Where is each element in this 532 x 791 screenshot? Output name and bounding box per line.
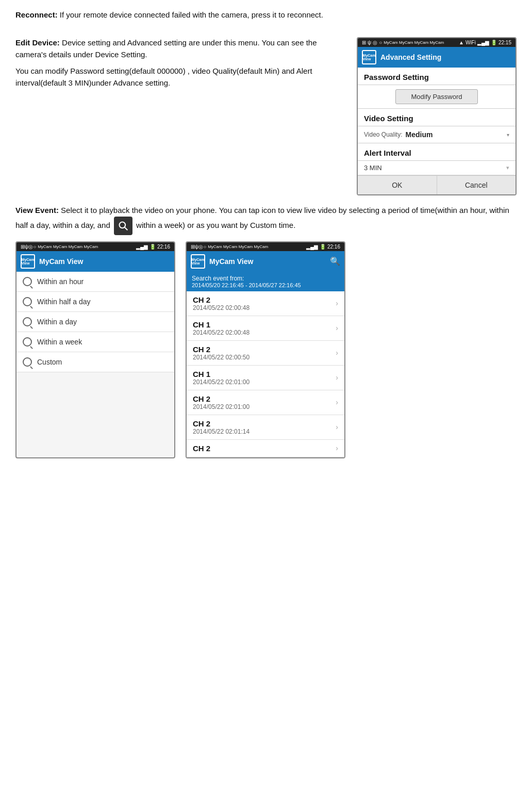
event-item-6[interactable]: CH 2 › [187,440,344,457]
list-item-within-week[interactable]: Within a week [16,332,174,352]
svg-line-1 [124,227,127,230]
cancel-button[interactable]: Cancel [437,176,516,194]
svg-point-0 [119,222,125,228]
within-day-label: Within a day [37,318,77,326]
right-phone-status-bar: ⊞ψ◎○ MyCam MyCam MyCam MyCam ▂▄▆ 🔋 22:16 [187,242,344,251]
right-status-left: ⊞ψ◎○ MyCam MyCam MyCam MyCam [191,244,268,250]
left-phone-header: MyCamView MyCam View [16,251,174,272]
search-event-bar: Search event from: 2014/05/20 22:16:45 -… [187,272,344,291]
left-phone-body: Within an hour Within half a day Within … [16,272,174,372]
event-ch-date-5: 2014/05/22 02:01:14 [193,428,250,435]
left-phone-status-bar: ⊞ψ◎○ MyCam MyCam MyCam MyCam ▂▄▆ 🔋 22:16 [16,242,174,251]
left-phone-title: MyCam View [39,257,83,266]
chevron-4: › [336,398,338,406]
password-setting-title: Password Setting [358,68,516,85]
search-icon-hour [23,277,32,286]
event-ch-date-3: 2014/05/22 02:01:00 [193,378,250,386]
ok-cancel-bar: OK Cancel [358,175,516,194]
event-item-4[interactable]: CH 2 2014/05/22 02:01:00 › [187,390,344,415]
advanced-setting-phone: ⊞ ψ ◎ ○ MyCam MyCam MyCam MyCam ▲ WiFi ▂… [357,37,517,195]
within-half-day-label: Within half a day [37,298,91,306]
search-date-range: 2014/05/20 22:16:45 - 2014/05/27 22:16:4… [192,282,339,288]
event-ch-date-0: 2014/05/22 02:00:48 [193,304,250,311]
left-status-left: ⊞ψ◎○ MyCam MyCam MyCam MyCam [21,244,98,250]
right-status-right: ▂▄▆ 🔋 22:16 [306,244,340,250]
view-event-section: View Event: Select it to playback the vi… [15,205,517,458]
edit-device-text: Edit Device: Device setting and Advanced… [15,37,346,195]
edit-device-para1: Edit Device: Device setting and Advanced… [15,37,346,60]
chevron-0: › [336,299,338,307]
within-hour-label: Within an hour [37,277,84,286]
edit-device-para2: You can modify Password setting(default … [15,65,346,89]
ok-button[interactable]: OK [358,176,437,194]
video-setting-section: Video Setting Video Quality: Medium ▾ [358,109,516,143]
search-icon-week [23,337,32,347]
reconnect-text: Reconnect: If your remote device connect… [15,10,517,19]
event-item-1[interactable]: CH 1 2014/05/22 02:00:48 › [187,316,344,341]
modify-password-row: Modify Password [358,85,516,108]
view-event-text: View Event: Select it to playback the vi… [15,205,517,235]
status-icons-right: ▲ WiFi ▂▄▆ 🔋 22:15 [459,40,511,45]
event-ch-date-2: 2014/05/22 02:00:50 [193,354,250,361]
alert-interval-title: Alert Interval [358,143,516,160]
advanced-setting-body: Password Setting Modify Password Video S… [358,68,516,194]
video-quality-value[interactable]: Medium [406,130,433,139]
alert-interval-value: 3 MIN ▾ [358,161,516,175]
event-ch-name-3: CH 1 [193,370,250,378]
phone-app-header: MyCamView Advanced Setting [358,47,516,68]
video-setting-title: Video Setting [358,109,516,126]
event-list-phone: ⊞ψ◎○ MyCam MyCam MyCam MyCam ▂▄▆ 🔋 22:16… [186,241,345,458]
event-ch-name-2: CH 2 [193,345,250,354]
video-quality-arrow: ▾ [507,132,509,138]
right-app-icon: MyCamView [191,254,205,269]
event-ch-name-0: CH 2 [193,295,250,304]
left-status-right: ▂▄▆ 🔋 22:16 [136,244,170,250]
edit-device-section: Edit Device: Device setting and Advanced… [15,37,517,195]
list-item-within-half-day[interactable]: Within half a day [16,292,174,312]
list-item-custom[interactable]: Custom [16,352,174,372]
event-item-5[interactable]: CH 2 2014/05/22 02:01:14 › [187,415,344,440]
chevron-6: › [336,444,338,452]
event-ch-date-4: 2014/05/22 02:01:00 [193,403,250,410]
search-icon-half-day [23,297,32,306]
left-app-icon: MyCamView [21,254,35,269]
search-button-icon[interactable]: 🔍 [330,256,340,266]
search-icon-custom [23,357,32,367]
right-phone-header: MyCamView MyCam View 🔍 [187,251,344,272]
event-item-3[interactable]: CH 1 2014/05/22 02:01:00 › [187,366,344,390]
reconnect-section: Reconnect: If your remote device connect… [15,10,517,19]
list-item-within-hour[interactable]: Within an hour [16,272,174,292]
chevron-2: › [336,349,338,357]
app-icon: MyCamView [362,50,376,64]
inline-search-icon [114,217,132,235]
event-list-body: CH 2 2014/05/22 02:00:48 › CH 1 2014/05/… [187,291,344,457]
event-item-2[interactable]: CH 2 2014/05/22 02:00:50 › [187,341,344,366]
phone-status-bar: ⊞ ψ ◎ ○ MyCam MyCam MyCam MyCam ▲ WiFi ▂… [358,38,516,47]
modify-password-button[interactable]: Modify Password [395,89,478,104]
event-ch-name-6: CH 2 [193,444,210,453]
chevron-3: › [336,373,338,382]
event-ch-name-5: CH 2 [193,419,250,428]
two-phones-row: ⊞ψ◎○ MyCam MyCam MyCam MyCam ▂▄▆ 🔋 22:16… [15,241,517,458]
event-item-0[interactable]: CH 2 2014/05/22 02:00:48 › [187,291,344,316]
right-phone-title: MyCam View [209,257,253,266]
event-ch-name-4: CH 2 [193,394,250,403]
search-icon-day [23,317,32,326]
list-item-within-day[interactable]: Within a day [16,312,174,332]
alert-interval-arrow: ▾ [506,164,509,171]
event-ch-date-1: 2014/05/22 02:00:48 [193,329,250,336]
mycam-list-phone: ⊞ψ◎○ MyCam MyCam MyCam MyCam ▂▄▆ 🔋 22:16… [15,241,175,458]
chevron-5: › [336,423,338,431]
event-ch-name-1: CH 1 [193,320,250,329]
advanced-setting-title: Advanced Setting [380,53,441,61]
password-setting-section: Password Setting Modify Password [358,68,516,109]
alert-interval-section: Alert Interval 3 MIN ▾ [358,143,516,175]
status-icons-left: ⊞ ψ ◎ ○ MyCam MyCam MyCam MyCam [362,40,444,45]
chevron-1: › [336,324,338,332]
search-event-label: Search event from: [192,275,339,282]
video-quality-row: Video Quality: Medium ▾ [358,126,516,143]
custom-label: Custom [37,358,62,366]
right-phone-header-left: MyCamView MyCam View [191,254,253,269]
within-week-label: Within a week [37,338,82,346]
